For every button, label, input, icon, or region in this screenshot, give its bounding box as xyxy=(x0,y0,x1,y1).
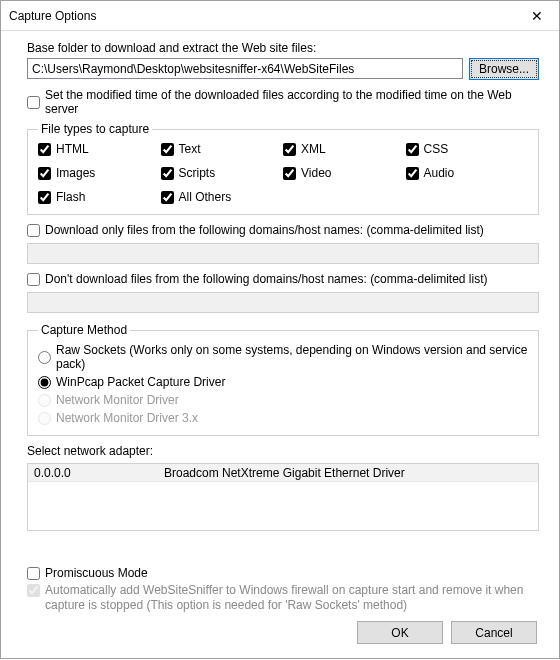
modified-time-checkbox-row: Set the modified time of the downloaded … xyxy=(27,88,539,116)
download-only-input[interactable] xyxy=(27,243,539,264)
filetype-audio-checkbox[interactable] xyxy=(406,167,419,180)
auto-firewall-checkbox xyxy=(27,584,40,597)
radio-netmon-label: Network Monitor Driver xyxy=(56,393,179,407)
promiscuous-row: Promiscuous Mode xyxy=(27,566,539,580)
adapter-row[interactable]: 0.0.0.0 Broadcom NetXtreme Gigabit Ether… xyxy=(28,464,538,482)
filetype-css-label: CSS xyxy=(424,142,449,156)
close-icon: ✕ xyxy=(531,8,543,24)
radio-netmon3x-label: Network Monitor Driver 3.x xyxy=(56,411,198,425)
radio-netmon xyxy=(38,394,51,407)
file-types-legend: File types to capture xyxy=(38,122,152,136)
filetype-scripts-checkbox[interactable] xyxy=(161,167,174,180)
modified-time-label: Set the modified time of the downloaded … xyxy=(45,88,539,116)
filetype-video-checkbox[interactable] xyxy=(283,167,296,180)
base-folder-row: Browse... xyxy=(27,58,539,80)
cancel-button[interactable]: Cancel xyxy=(451,621,537,644)
auto-firewall-row xyxy=(27,584,539,597)
radio-winpcap[interactable] xyxy=(38,376,51,389)
radio-raw-sockets[interactable] xyxy=(38,351,51,364)
radio-raw-sockets-row: Raw Sockets (Works only on some systems,… xyxy=(38,343,528,371)
filetype-xml-label: XML xyxy=(301,142,326,156)
filetype-scripts-label: Scripts xyxy=(179,166,216,180)
base-folder-input[interactable] xyxy=(27,58,463,79)
adapter-ip: 0.0.0.0 xyxy=(34,466,164,480)
file-types-grid: HTML Text XML CSS Images Scripts Video A… xyxy=(38,142,528,208)
filetype-allothers-checkbox[interactable] xyxy=(161,191,174,204)
download-only-checkbox-row: Download only files from the following d… xyxy=(27,223,539,237)
ok-button[interactable]: OK xyxy=(357,621,443,644)
dont-download-label: Don't download files from the following … xyxy=(45,272,487,286)
radio-winpcap-row: WinPcap Packet Capture Driver xyxy=(38,375,528,389)
dont-download-checkbox-row: Don't download files from the following … xyxy=(27,272,539,286)
filetype-xml-checkbox[interactable] xyxy=(283,143,296,156)
adapter-name: Broadcom NetXtreme Gigabit Ethernet Driv… xyxy=(164,466,405,480)
filetype-images-label: Images xyxy=(56,166,95,180)
dont-download-input[interactable] xyxy=(27,292,539,313)
filetype-images-checkbox[interactable] xyxy=(38,167,51,180)
radio-netmon-row: Network Monitor Driver xyxy=(38,393,528,407)
titlebar: Capture Options ✕ xyxy=(1,1,559,31)
dialog-button-row: OK Cancel xyxy=(27,621,539,646)
radio-netmon3x xyxy=(38,412,51,425)
dont-download-checkbox[interactable] xyxy=(27,273,40,286)
capture-method-legend: Capture Method xyxy=(38,323,130,337)
promiscuous-label: Promiscuous Mode xyxy=(45,566,148,580)
radio-netmon3x-row: Network Monitor Driver 3.x xyxy=(38,411,528,425)
browse-button[interactable]: Browse... xyxy=(469,58,539,80)
window-title: Capture Options xyxy=(9,9,96,23)
adapter-list[interactable]: 0.0.0.0 Broadcom NetXtreme Gigabit Ether… xyxy=(27,463,539,531)
capture-options-dialog: Capture Options ✕ Base folder to downloa… xyxy=(0,0,560,659)
spacer xyxy=(27,531,539,566)
modified-time-checkbox[interactable] xyxy=(27,96,40,109)
radio-raw-sockets-label: Raw Sockets (Works only on some systems,… xyxy=(56,343,528,371)
filetype-allothers-label: All Others xyxy=(179,190,232,204)
download-only-label: Download only files from the following d… xyxy=(45,223,484,237)
filetype-text-checkbox[interactable] xyxy=(161,143,174,156)
filetype-html-checkbox[interactable] xyxy=(38,143,51,156)
filetype-css-checkbox[interactable] xyxy=(406,143,419,156)
download-only-checkbox[interactable] xyxy=(27,224,40,237)
filetype-html-label: HTML xyxy=(56,142,89,156)
file-types-group: File types to capture HTML Text XML CSS … xyxy=(27,122,539,215)
filetype-flash-checkbox[interactable] xyxy=(38,191,51,204)
filetype-flash-label: Flash xyxy=(56,190,85,204)
filetype-text-label: Text xyxy=(179,142,201,156)
close-button[interactable]: ✕ xyxy=(514,1,559,30)
adapter-label: Select network adapter: xyxy=(27,444,539,458)
radio-winpcap-label: WinPcap Packet Capture Driver xyxy=(56,375,225,389)
base-folder-label: Base folder to download and extract the … xyxy=(27,41,539,55)
content-area: Base folder to download and extract the … xyxy=(1,31,559,658)
filetype-audio-label: Audio xyxy=(424,166,455,180)
filetype-video-label: Video xyxy=(301,166,331,180)
promiscuous-checkbox[interactable] xyxy=(27,567,40,580)
capture-method-group: Capture Method Raw Sockets (Works only o… xyxy=(27,323,539,436)
